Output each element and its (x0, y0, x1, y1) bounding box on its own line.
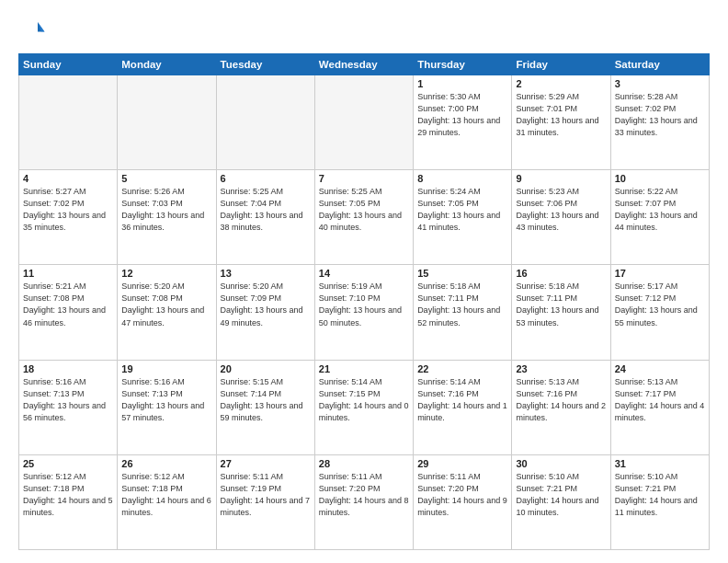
table-row: 24Sunrise: 5:13 AMSunset: 7:17 PMDayligh… (610, 360, 709, 454)
day-number: 22 (417, 363, 507, 374)
table-row: 12Sunrise: 5:20 AMSunset: 7:08 PMDayligh… (118, 265, 216, 360)
calendar-header-row: Sunday Monday Tuesday Wednesday Thursday… (19, 54, 710, 75)
table-row: 11Sunrise: 5:21 AMSunset: 7:08 PMDayligh… (19, 265, 118, 360)
day-info: Sunrise: 5:20 AMSunset: 7:08 PMDaylight:… (121, 281, 211, 328)
day-number: 12 (121, 268, 211, 279)
table-row: 8Sunrise: 5:24 AMSunset: 7:05 PMDaylight… (414, 170, 512, 265)
table-row: 13Sunrise: 5:20 AMSunset: 7:09 PMDayligh… (216, 265, 314, 360)
day-info: Sunrise: 5:11 AMSunset: 7:20 PMDaylight:… (417, 471, 507, 519)
day-info: Sunrise: 5:18 AMSunset: 7:11 PMDaylight:… (417, 281, 507, 328)
day-info: Sunrise: 5:11 AMSunset: 7:19 PMDaylight:… (221, 471, 311, 519)
day-number: 5 (121, 173, 211, 184)
day-number: 15 (417, 268, 507, 279)
day-info: Sunrise: 5:18 AMSunset: 7:11 PMDaylight:… (516, 281, 606, 328)
table-row: 2Sunrise: 5:29 AMSunset: 7:01 PMDaylight… (512, 75, 610, 170)
table-row: 20Sunrise: 5:15 AMSunset: 7:14 PMDayligh… (216, 360, 314, 454)
day-info: Sunrise: 5:11 AMSunset: 7:20 PMDaylight:… (319, 471, 409, 519)
day-number: 23 (516, 363, 606, 374)
day-number: 11 (23, 268, 113, 279)
col-saturday: Saturday (610, 54, 709, 75)
table-row: 29Sunrise: 5:11 AMSunset: 7:20 PMDayligh… (414, 454, 512, 549)
day-info: Sunrise: 5:25 AMSunset: 7:04 PMDaylight:… (221, 186, 311, 234)
day-number: 14 (319, 268, 409, 279)
calendar-table: Sunday Monday Tuesday Wednesday Thursday… (18, 53, 710, 550)
day-info: Sunrise: 5:28 AMSunset: 7:02 PMDaylight:… (615, 91, 705, 139)
day-info: Sunrise: 5:10 AMSunset: 7:21 PMDaylight:… (615, 471, 705, 519)
day-number: 19 (121, 363, 211, 374)
table-row: 15Sunrise: 5:18 AMSunset: 7:11 PMDayligh… (414, 265, 512, 360)
table-row: 25Sunrise: 5:12 AMSunset: 7:18 PMDayligh… (19, 454, 118, 549)
day-info: Sunrise: 5:30 AMSunset: 7:00 PMDaylight:… (417, 91, 507, 139)
col-friday: Friday (512, 54, 610, 75)
day-info: Sunrise: 5:13 AMSunset: 7:16 PMDaylight:… (516, 376, 606, 424)
day-number: 28 (319, 458, 409, 469)
table-row: 18Sunrise: 5:16 AMSunset: 7:13 PMDayligh… (19, 360, 118, 454)
day-number: 27 (221, 458, 311, 469)
day-number: 9 (516, 173, 606, 184)
day-number: 16 (516, 268, 606, 279)
day-info: Sunrise: 5:12 AMSunset: 7:18 PMDaylight:… (23, 471, 113, 519)
day-number: 25 (23, 458, 113, 469)
day-number: 29 (417, 458, 507, 469)
table-row: 9Sunrise: 5:23 AMSunset: 7:06 PMDaylight… (512, 170, 610, 265)
page: Sunday Monday Tuesday Wednesday Thursday… (0, 0, 728, 563)
col-monday: Monday (118, 54, 216, 75)
table-row: 1Sunrise: 5:30 AMSunset: 7:00 PMDaylight… (414, 75, 512, 170)
day-info: Sunrise: 5:19 AMSunset: 7:10 PMDaylight:… (319, 281, 409, 328)
table-row: 19Sunrise: 5:16 AMSunset: 7:13 PMDayligh… (118, 360, 216, 454)
header (18, 17, 710, 44)
week-row-5: 25Sunrise: 5:12 AMSunset: 7:18 PMDayligh… (19, 454, 710, 549)
table-row: 21Sunrise: 5:14 AMSunset: 7:15 PMDayligh… (314, 360, 413, 454)
day-number: 18 (23, 363, 113, 374)
week-row-2: 4Sunrise: 5:27 AMSunset: 7:02 PMDaylight… (19, 170, 710, 265)
day-info: Sunrise: 5:16 AMSunset: 7:13 PMDaylight:… (23, 376, 113, 424)
day-info: Sunrise: 5:20 AMSunset: 7:09 PMDaylight:… (221, 281, 311, 328)
table-row: 5Sunrise: 5:26 AMSunset: 7:03 PMDaylight… (118, 170, 216, 265)
table-row: 30Sunrise: 5:10 AMSunset: 7:21 PMDayligh… (512, 454, 610, 549)
day-number: 20 (221, 363, 311, 374)
col-thursday: Thursday (414, 54, 512, 75)
logo-icon (18, 17, 46, 44)
table-row (118, 75, 216, 170)
table-row: 26Sunrise: 5:12 AMSunset: 7:18 PMDayligh… (118, 454, 216, 549)
day-number: 24 (615, 363, 705, 374)
table-row: 14Sunrise: 5:19 AMSunset: 7:10 PMDayligh… (314, 265, 413, 360)
week-row-3: 11Sunrise: 5:21 AMSunset: 7:08 PMDayligh… (19, 265, 710, 360)
table-row (19, 75, 118, 170)
logo (18, 17, 50, 44)
day-info: Sunrise: 5:16 AMSunset: 7:13 PMDaylight:… (121, 376, 211, 424)
day-info: Sunrise: 5:26 AMSunset: 7:03 PMDaylight:… (121, 186, 211, 234)
table-row: 28Sunrise: 5:11 AMSunset: 7:20 PMDayligh… (314, 454, 413, 549)
day-info: Sunrise: 5:10 AMSunset: 7:21 PMDaylight:… (516, 471, 606, 519)
day-info: Sunrise: 5:23 AMSunset: 7:06 PMDaylight:… (516, 186, 606, 234)
day-number: 17 (615, 268, 705, 279)
table-row: 23Sunrise: 5:13 AMSunset: 7:16 PMDayligh… (512, 360, 610, 454)
day-number: 7 (319, 173, 409, 184)
day-info: Sunrise: 5:15 AMSunset: 7:14 PMDaylight:… (221, 376, 311, 424)
day-info: Sunrise: 5:25 AMSunset: 7:05 PMDaylight:… (319, 186, 409, 234)
table-row: 31Sunrise: 5:10 AMSunset: 7:21 PMDayligh… (610, 454, 709, 549)
day-number: 2 (516, 78, 606, 89)
day-info: Sunrise: 5:22 AMSunset: 7:07 PMDaylight:… (615, 186, 705, 234)
day-info: Sunrise: 5:14 AMSunset: 7:15 PMDaylight:… (319, 376, 409, 424)
day-number: 8 (417, 173, 507, 184)
day-info: Sunrise: 5:24 AMSunset: 7:05 PMDaylight:… (417, 186, 507, 234)
col-tuesday: Tuesday (216, 54, 314, 75)
table-row: 4Sunrise: 5:27 AMSunset: 7:02 PMDaylight… (19, 170, 118, 265)
day-number: 30 (516, 458, 606, 469)
day-number: 4 (23, 173, 113, 184)
table-row: 27Sunrise: 5:11 AMSunset: 7:19 PMDayligh… (216, 454, 314, 549)
day-number: 1 (417, 78, 507, 89)
week-row-4: 18Sunrise: 5:16 AMSunset: 7:13 PMDayligh… (19, 360, 710, 454)
table-row: 22Sunrise: 5:14 AMSunset: 7:16 PMDayligh… (414, 360, 512, 454)
day-info: Sunrise: 5:21 AMSunset: 7:08 PMDaylight:… (23, 281, 113, 328)
col-sunday: Sunday (19, 54, 118, 75)
table-row (216, 75, 314, 170)
day-number: 21 (319, 363, 409, 374)
day-info: Sunrise: 5:14 AMSunset: 7:16 PMDaylight:… (417, 376, 507, 424)
table-row: 10Sunrise: 5:22 AMSunset: 7:07 PMDayligh… (610, 170, 709, 265)
table-row: 6Sunrise: 5:25 AMSunset: 7:04 PMDaylight… (216, 170, 314, 265)
day-number: 26 (121, 458, 211, 469)
day-info: Sunrise: 5:17 AMSunset: 7:12 PMDaylight:… (615, 281, 705, 328)
table-row: 16Sunrise: 5:18 AMSunset: 7:11 PMDayligh… (512, 265, 610, 360)
